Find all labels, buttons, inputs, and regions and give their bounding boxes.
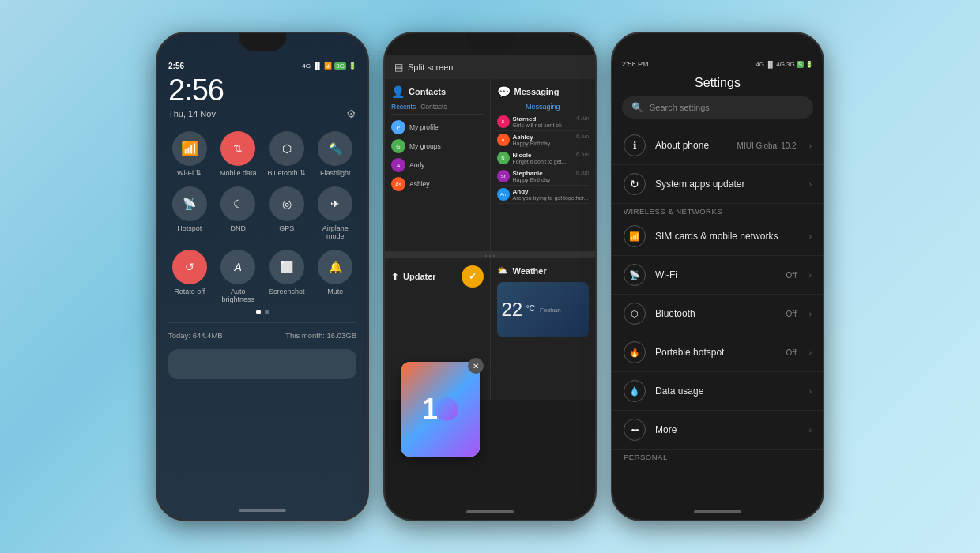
toggle-screenshot[interactable]: ⬜ Screenshot	[266, 250, 307, 303]
screenshot-label: Screenshot	[269, 288, 305, 295]
data-usage-title: Data usage	[655, 386, 800, 397]
flashlight-toggle-btn[interactable]: 🔦	[318, 131, 352, 166]
more-settings-title: More	[655, 424, 800, 435]
bluetooth-label: Bluetooth ⇅	[267, 169, 306, 177]
hotspot-status-value: Off	[786, 348, 797, 357]
contacts-tab-contacts[interactable]: Contacts	[420, 103, 447, 111]
mobile-data-toggle-btn[interactable]: ⇅	[220, 131, 255, 166]
p1-date-row: Thu, 14 Nov ⚙	[157, 107, 368, 125]
toggle-dnd[interactable]: ☾ DND	[217, 186, 258, 240]
contact-name: My profile	[409, 123, 439, 131]
p1-toggles-row1: 📶 Wi-Fi ⇅ ⇅ Mobile data ⬡ Bluetooth ⇅ 🔦	[157, 125, 368, 180]
battery-level-icon: 🔋	[805, 61, 813, 68]
contacts-label: Contacts	[409, 87, 446, 96]
list-item[interactable]: S Starned Girls will not sent ok 4 Jun	[497, 113, 590, 131]
settings-item-about[interactable]: ℹ About phone MIUI Global 10.2 ›	[612, 126, 823, 165]
p3-status-icons: 4G ▐▌ 4G 3G S 🔋	[756, 61, 813, 68]
chevron-right-icon: ›	[809, 232, 812, 241]
toggle-flashlight[interactable]: 🔦 Flashlight	[315, 131, 356, 177]
list-item[interactable]: As Ashley	[391, 175, 484, 194]
toggle-mobile-data[interactable]: ⇅ Mobile data	[217, 131, 258, 177]
updater-label: Updater	[403, 272, 436, 281]
msg-content: Nicole Forget it don't to get...	[513, 152, 567, 164]
airplane-toggle-btn[interactable]: ✈	[318, 186, 352, 221]
toggle-hotspot[interactable]: 📡 Hotspot	[169, 186, 210, 240]
messaging-panel: 💬 Messaging Messaging S Starned Girls wi…	[491, 79, 596, 251]
bluetooth-icon: ⬡	[282, 142, 292, 155]
today-data: Today: 644.4MB	[168, 331, 223, 340]
p1-status-bar: 2:56 4G ▐▌ 📶 3G 🔋	[157, 55, 368, 72]
msg-time: 6 Jun	[576, 134, 589, 146]
dnd-label: DND	[231, 224, 247, 232]
list-item[interactable]: St Stephanie Happy Birthday 6 Jun	[497, 167, 590, 186]
split-screen-icon: ▤	[394, 62, 403, 73]
dnd-toggle-btn[interactable]: ☾	[220, 186, 255, 221]
list-item[interactable]: An Andy Are you trying to get together..…	[497, 186, 590, 204]
camera-notch-2	[486, 40, 494, 47]
toggle-auto-brightness[interactable]: A Auto brightness	[217, 250, 258, 303]
settings-item-sim[interactable]: 📶 SIM cards & mobile networks ›	[612, 217, 823, 256]
camera-notch-1	[258, 40, 266, 47]
p3-status-bar: 2:58 PM 4G ▐▌ 4G 3G S 🔋	[612, 55, 823, 73]
home-indicator-2	[466, 510, 514, 514]
messaging-header: 💬 Messaging	[497, 85, 590, 98]
wifi-toggle-btn[interactable]: 📶	[172, 131, 207, 166]
settings-item-more[interactable]: ••• More ›	[612, 411, 823, 450]
settings-item-data-usage[interactable]: 💧 Data usage ›	[612, 372, 823, 411]
mute-toggle-btn[interactable]: 🔔	[318, 250, 352, 284]
bluetooth-settings-title: Bluetooth	[655, 308, 777, 319]
miui-update-popup[interactable]: 1	[401, 362, 480, 457]
battery-icon: S	[797, 61, 804, 68]
auto-brightness-toggle-btn[interactable]: A	[220, 250, 255, 284]
list-item[interactable]: A Ashley Happy Birthday... 6 Jun	[497, 131, 590, 149]
rotate-toggle-btn[interactable]: ↺	[172, 250, 207, 284]
search-placeholder: Search settings	[650, 103, 710, 112]
toggle-bluetooth[interactable]: ⬡ Bluetooth ⇅	[266, 131, 307, 177]
home-indicator-3	[694, 510, 741, 514]
hotspot-settings-text: Portable hotspot	[655, 347, 777, 358]
toggle-rotate[interactable]: ↺ Rotate off	[169, 250, 210, 303]
msg-time: 6 Jun	[576, 152, 589, 164]
msg-content: Stephanie Happy Birthday	[513, 170, 551, 182]
settings-item-hotspot[interactable]: 🔥 Portable hotspot Off ›	[612, 333, 823, 372]
settings-item-bluetooth[interactable]: ⬡ Bluetooth Off ›	[612, 295, 823, 333]
avatar: N	[497, 152, 510, 164]
auto-brightness-label: Auto brightness	[217, 288, 258, 303]
sim-text: SIM cards & mobile networks	[655, 231, 800, 242]
rotate-label: Rotate off	[174, 288, 205, 295]
hotspot-toggle-btn[interactable]: 📡	[172, 186, 207, 221]
gps-label: GPS	[279, 224, 294, 232]
weather-panel: ⛅ Weather 22 °C Foshan	[491, 258, 596, 400]
list-item[interactable]: P My profile	[391, 118, 484, 137]
signal-3g-icon: 3G	[786, 61, 795, 68]
data-usage-text: Data usage	[655, 386, 800, 397]
toggle-airplane[interactable]: ✈ Airplane mode	[315, 186, 356, 240]
settings-item-wifi[interactable]: 📡 Wi-Fi Off ›	[612, 256, 823, 295]
contact-name: Andy	[409, 161, 424, 169]
temperature-unit: °C	[526, 304, 535, 313]
toggle-wifi[interactable]: 📶 Wi-Fi ⇅	[169, 131, 210, 177]
miui-logo: 1	[401, 362, 480, 457]
settings-gear-icon[interactable]: ⚙	[346, 107, 356, 120]
weather-box: 22 °C Foshan	[497, 282, 590, 337]
updater-check-icon: ✓	[469, 271, 477, 282]
screenshot-toggle-btn[interactable]: ⬜	[270, 250, 304, 284]
settings-item-system-apps[interactable]: ↻ System apps updater ›	[612, 165, 823, 204]
search-bar[interactable]: 🔍 Search settings	[622, 96, 813, 118]
toggle-gps[interactable]: ◎ GPS	[266, 186, 307, 240]
p2-split-top: 👤 Contacts Recents Contacts P My profile…	[385, 79, 595, 253]
p3-status-time: 2:58 PM	[622, 60, 649, 68]
contacts-tab-recents[interactable]: Recents	[391, 103, 416, 111]
msg-name: Andy	[513, 188, 589, 195]
close-popup-button[interactable]: ✕	[468, 358, 484, 374]
toggle-mute[interactable]: 🔔 Mute	[315, 250, 356, 303]
bluetooth-toggle-btn[interactable]: ⬡	[270, 131, 304, 166]
list-item[interactable]: G My groups	[391, 137, 484, 156]
list-item[interactable]: N Nicole Forget it don't to get... 6 Jun	[497, 149, 590, 167]
phone2-screen: ▤ Split screen 👤 Contacts Recents Contac…	[385, 33, 595, 520]
contact-name: My groups	[409, 142, 441, 150]
camera-notch-3	[714, 40, 722, 47]
gps-toggle-btn[interactable]: ◎	[270, 186, 304, 221]
list-item[interactable]: A Andy	[391, 156, 484, 175]
avatar: As	[391, 177, 405, 191]
